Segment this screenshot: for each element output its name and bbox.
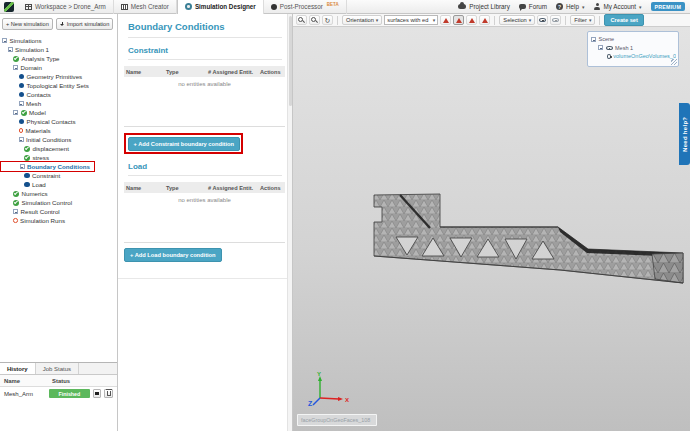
panel-scrollbar[interactable] [287, 14, 292, 431]
stop-icon [95, 392, 99, 396]
tree-item-label: Mesh [26, 100, 41, 107]
tree-item-load[interactable]: Load [0, 180, 117, 189]
node-icon [19, 92, 25, 98]
tab-post-processor[interactable]: Post-ProcessorBETA [264, 0, 347, 14]
topbar-right: Project LibraryForumHelpMy AccountPREMIU… [458, 2, 690, 11]
tree-item-initial-conditions[interactable]: Initial Conditions [0, 135, 117, 144]
eye-icon[interactable] [607, 54, 611, 59]
topbar-item-my-account[interactable]: My Account [594, 3, 642, 10]
tree-item-label: Initial Conditions [26, 136, 71, 143]
collapse-icon[interactable] [598, 45, 603, 50]
topbar-item-forum[interactable]: Forum [519, 3, 547, 10]
create-set-button[interactable]: Create set [604, 14, 644, 26]
need-help-tab[interactable]: Need help? [679, 103, 690, 165]
tree-item-label: Contacts [27, 91, 51, 98]
add-constraint-button[interactable]: + Add Constraint boundary condition [128, 137, 240, 151]
collapse-icon[interactable] [591, 37, 596, 42]
mesh-display-button-1[interactable] [440, 15, 451, 25]
tree-item-physical-contacts[interactable]: Physical Contacts [0, 117, 117, 126]
new-simulation-button[interactable]: + New simulation [2, 18, 53, 30]
scene-volume-row[interactable]: volumeOnGeoVolumes_0 [591, 52, 676, 61]
tree-item-materials[interactable]: Materials [0, 126, 117, 135]
eye-icon[interactable] [606, 46, 613, 51]
tree-item-numerics[interactable]: Numerics [0, 189, 117, 198]
import-icon [60, 22, 65, 27]
z-axis-label: Z [308, 400, 313, 407]
column-assigned-entit: # Assigned Entit. [208, 185, 260, 191]
column-name: Name [126, 69, 166, 75]
tree-item-simulation-control[interactable]: Simulation Control [0, 198, 117, 207]
tree-item-simulations[interactable]: Simulations [0, 36, 117, 45]
tab-mesh-creator[interactable]: Mesh Creator [114, 0, 177, 14]
button-row: + Add Constraint boundary condition [124, 133, 292, 154]
mesh-display-button-4[interactable] [479, 15, 490, 25]
render-mode-select[interactable]: surfaces with ed [384, 15, 438, 25]
tab-label: Mesh Creator [131, 3, 169, 10]
topbar-item-project-library[interactable]: Project Library [458, 3, 510, 10]
tree-item-simulation-runs[interactable]: Simulation Runs [0, 216, 117, 225]
add-load-button[interactable]: + Add Load boundary condition [124, 248, 222, 262]
button-row: + Add Load boundary condition [124, 248, 292, 262]
zoom-window-button[interactable] [309, 15, 320, 25]
tree-item-mesh[interactable]: Mesh [0, 99, 117, 108]
reset-view-button[interactable] [322, 15, 333, 25]
hover-entity-label: faceGroupOnGeoFaces_108 [297, 414, 377, 426]
tab-simulation-designer[interactable]: Simulation Designer [177, 0, 264, 14]
collapse-icon [13, 110, 18, 115]
tree-item-displacement[interactable]: displacement [0, 144, 117, 153]
history-row[interactable]: Mesh_ArmFinished [0, 387, 117, 400]
topbar-item-help[interactable]: Help [556, 3, 584, 10]
stop-run-button[interactable] [93, 389, 102, 398]
tree-item-label: Geometry Primitives [27, 73, 83, 80]
tree-item-label: Load [32, 181, 46, 188]
mesh-display-button-2[interactable] [453, 15, 464, 25]
history-tab-job-status[interactable]: Job Status [36, 363, 79, 374]
orientation-dropdown[interactable]: Orientation [342, 15, 382, 25]
import-simulation-button[interactable]: Import simulation [56, 18, 114, 30]
app-logo-icon[interactable] [4, 2, 14, 12]
drone-arm-mesh-model[interactable] [372, 193, 684, 285]
tree-item-simulation-1[interactable]: Simulation 1 [0, 45, 117, 54]
table-load: NameType# Assigned Entit.Actionsno entit… [124, 182, 285, 243]
tree-item-model[interactable]: Model [0, 108, 117, 117]
delete-run-button[interactable] [104, 389, 113, 398]
mesh-display-button-3[interactable] [466, 15, 477, 25]
tree-item-constraint[interactable]: Constraint [0, 171, 117, 180]
scene-mesh-row[interactable]: Mesh 1 [591, 44, 676, 53]
tree-item-topological-entity-sets[interactable]: Topological Entity Sets [0, 81, 117, 90]
check-icon [24, 155, 30, 161]
chevron-down-icon [376, 17, 379, 23]
hide-entities-button[interactable] [550, 15, 561, 25]
tree-item-result-control[interactable]: Result Control [0, 207, 117, 216]
table-header: NameType# Assigned Entit.Actions [124, 66, 285, 77]
selection-dropdown[interactable]: Selection [499, 15, 535, 25]
scrollbar-thumb[interactable] [289, 16, 292, 106]
filter-dropdown[interactable]: Filter [570, 15, 595, 25]
tree-item-analysis-type[interactable]: Analysis Type [0, 54, 117, 63]
boundary-conditions-panel: Boundary Conditions ConstraintNameType# … [118, 14, 293, 431]
scene-tree-overlay[interactable]: Scene Mesh 1 volumeOnGeoVolumes_0 [587, 31, 679, 67]
simulation-tree: SimulationsSimulation 1Analysis TypeDoma… [0, 35, 117, 225]
zoom-in-button[interactable] [296, 15, 307, 25]
tree-item-label: Simulation Runs [20, 217, 65, 224]
topbar-tabs: Mesh CreatorSimulation DesignerPost-Proc… [114, 0, 347, 14]
render-mode-value: surfaces with ed [387, 17, 430, 23]
history-tab-history[interactable]: History [0, 363, 36, 374]
viewport: Orientation surfaces with ed Selection F… [293, 14, 690, 431]
topbar-item-label: Forum [529, 3, 547, 10]
tree-item-geometry-primitives[interactable]: Geometry Primitives [0, 72, 117, 81]
chevron-down-icon [639, 3, 642, 10]
y-axis-label: Y [317, 371, 321, 377]
tree-item-label: Simulation 1 [15, 46, 49, 53]
viewport-canvas[interactable]: Scene Mesh 1 volumeOnGeoVolumes_0 Y X Z … [293, 27, 690, 431]
tree-item-domain[interactable]: Domain [0, 63, 117, 72]
show-entities-button[interactable] [537, 15, 548, 25]
simulation-sidebar: + New simulation Import simulation Simul… [0, 14, 118, 431]
bars-icon [121, 4, 128, 10]
orientation-label: Orientation [346, 17, 374, 23]
chevron-down-icon [582, 3, 585, 10]
scene-root-row[interactable]: Scene [591, 35, 676, 44]
tree-item-contacts[interactable]: Contacts [0, 90, 117, 99]
refresh-icon [325, 17, 331, 24]
workspace-breadcrumb[interactable]: Workspace > Drone_Arm [18, 0, 114, 14]
